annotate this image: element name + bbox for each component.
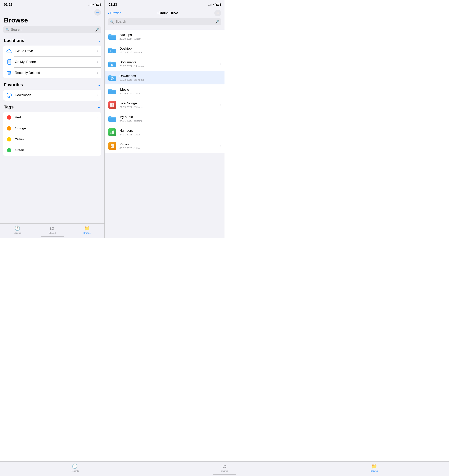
file-item-backups[interactable]: backups 23.09.2024 · 1 item › bbox=[105, 30, 224, 43]
file-name-numbers: Numbers bbox=[119, 129, 218, 133]
recently-deleted-label: Recently Deleted bbox=[15, 71, 95, 75]
wifi-icon-left: ▾ bbox=[93, 3, 94, 6]
mic-icon-right[interactable]: 🎤 bbox=[215, 20, 219, 24]
search-input-left[interactable] bbox=[11, 28, 94, 32]
svg-rect-2 bbox=[8, 60, 10, 63]
tags-chevron[interactable]: ⌄ bbox=[98, 105, 101, 109]
file-item-pages[interactable]: Pages 06.02.2025 · 1 item › bbox=[105, 139, 224, 153]
folder-icon-my-audio bbox=[108, 114, 117, 123]
file-chevron-documents: › bbox=[220, 62, 221, 66]
file-name-documents: Documents bbox=[119, 60, 218, 64]
sidebar-item-on-my-iphone[interactable]: On My iPhone › bbox=[3, 57, 101, 67]
orange-tag-icon bbox=[6, 126, 12, 131]
page-title-left: Browse bbox=[0, 16, 104, 26]
file-item-imovie[interactable]: iMovie 25.09.2024 · 1 item › bbox=[105, 84, 224, 98]
file-item-numbers[interactable]: Numbers 24.11.2023 · 1 item › bbox=[105, 126, 224, 139]
tags-title: Tags bbox=[4, 104, 14, 110]
back-button[interactable]: ‹ Browse bbox=[108, 11, 121, 15]
download-circle-icon bbox=[6, 92, 12, 98]
locations-title: Locations bbox=[4, 38, 24, 43]
file-name-my-audio: My audio bbox=[119, 115, 218, 119]
search-bar-left[interactable]: 🔍 🎤 bbox=[3, 26, 101, 33]
file-name-livecollage: LiveCollage bbox=[119, 101, 218, 105]
file-info-imovie: iMovie 25.09.2024 · 1 item bbox=[119, 88, 218, 95]
tab-shared-left[interactable]: 🗂 Shared bbox=[35, 225, 69, 234]
file-info-documents: Documents 20.12.2024 · 14 items bbox=[119, 60, 218, 68]
file-info-downloads: Downloads 13.02.2025 · 35 items bbox=[119, 74, 218, 81]
nav-title-right: iCloud Drive bbox=[157, 11, 178, 15]
file-chevron-imovie: › bbox=[220, 90, 221, 93]
locations-list: iCloud Drive › On My iPhone › bbox=[3, 46, 101, 78]
trash-icon bbox=[6, 70, 12, 76]
file-meta-numbers: 24.11.2023 · 1 item bbox=[119, 133, 218, 136]
on-my-iphone-chevron: › bbox=[97, 60, 98, 64]
search-icon-left: 🔍 bbox=[6, 28, 9, 32]
right-panel: 01:23 ▾ 38 ‹ Browse iCloud Drive ··· 🔍 🎤 bbox=[104, 0, 224, 238]
favorites-section-header: Favorites ⌄ bbox=[0, 81, 104, 89]
sidebar-item-recently-deleted[interactable]: Recently Deleted › bbox=[3, 67, 101, 78]
favorites-title: Favorites bbox=[4, 82, 23, 87]
file-name-imovie: iMovie bbox=[119, 88, 218, 92]
file-item-my-audio[interactable]: My audio 24.11.2023 · 0 items › bbox=[105, 112, 224, 126]
left-panel: 01:22 ▾ 38 ··· Browse 🔍 🎤 Locations ⌄ bbox=[0, 0, 104, 238]
phone-icon bbox=[6, 59, 12, 65]
downloads-chevron: › bbox=[97, 93, 98, 97]
app-icon-pages bbox=[108, 142, 117, 150]
tag-item-orange[interactable]: Orange › bbox=[3, 123, 101, 134]
locations-section-header: Locations ⌄ bbox=[0, 37, 104, 45]
file-info-desktop: Desktop 12.02.2025 · 4 items bbox=[119, 47, 218, 54]
file-meta-pages: 06.02.2025 · 1 item bbox=[119, 147, 218, 150]
status-icons-right: ▾ 38 bbox=[208, 3, 221, 6]
more-button-right[interactable]: ··· bbox=[214, 10, 221, 17]
search-bar-right[interactable]: 🔍 🎤 bbox=[108, 18, 221, 25]
file-chevron-numbers: › bbox=[220, 131, 221, 134]
tag-item-green[interactable]: Green › bbox=[3, 145, 101, 156]
battery-left: 38 bbox=[95, 3, 101, 6]
folder-icon-backups bbox=[108, 32, 117, 41]
file-info-numbers: Numbers 24.11.2023 · 1 item bbox=[119, 129, 218, 136]
file-info-pages: Pages 06.02.2025 · 1 item bbox=[119, 143, 218, 150]
svg-rect-11 bbox=[112, 103, 114, 105]
tag-item-red[interactable]: Red › bbox=[3, 112, 101, 123]
file-meta-livecollage: 21.05.2024 · 2 items bbox=[119, 106, 218, 109]
tab-browse-left[interactable]: 📁 Browse bbox=[70, 225, 104, 234]
file-name-pages: Pages bbox=[119, 143, 218, 146]
file-name-backups: backups bbox=[119, 33, 218, 37]
status-time-right: 01:23 bbox=[109, 3, 117, 7]
downloads-label: Downloads bbox=[15, 93, 95, 97]
file-meta-downloads: 13.02.2025 · 35 items bbox=[119, 78, 218, 81]
sidebar-item-downloads[interactable]: Downloads › bbox=[3, 90, 101, 101]
folder-icon-documents bbox=[108, 59, 117, 68]
recents-tab-label: Recents bbox=[13, 232, 21, 234]
tab-recents-left[interactable]: 🕐 Recents bbox=[0, 225, 35, 234]
file-meta-imovie: 25.09.2024 · 1 item bbox=[119, 92, 218, 95]
file-name-desktop: Desktop bbox=[119, 47, 218, 51]
top-bar-left: ··· bbox=[0, 8, 104, 16]
file-item-desktop[interactable]: Desktop 12.02.2025 · 4 items › bbox=[105, 43, 224, 57]
signal-icon-left bbox=[88, 4, 91, 6]
folder-icon-imovie bbox=[108, 87, 117, 96]
status-icons-left: ▾ 38 bbox=[88, 3, 101, 6]
svg-rect-13 bbox=[112, 105, 114, 107]
icloud-drive-chevron: › bbox=[97, 49, 98, 53]
file-item-livecollage[interactable]: LiveCollage 21.05.2024 · 2 items › bbox=[105, 98, 224, 112]
file-chevron-livecollage: › bbox=[220, 103, 221, 107]
red-tag-label: Red bbox=[15, 115, 95, 119]
mic-icon-left[interactable]: 🎤 bbox=[95, 28, 99, 32]
svg-rect-10 bbox=[110, 103, 112, 105]
file-item-downloads[interactable]: Downloads 13.02.2025 · 35 items › bbox=[105, 71, 224, 84]
tag-item-yellow[interactable]: Yellow › bbox=[3, 134, 101, 145]
file-chevron-pages: › bbox=[220, 144, 221, 148]
file-chevron-downloads: › bbox=[220, 76, 221, 79]
file-item-documents[interactable]: Documents 20.12.2024 · 14 items › bbox=[105, 57, 224, 71]
locations-chevron[interactable]: ⌄ bbox=[98, 39, 101, 43]
more-button-left[interactable]: ··· bbox=[94, 9, 101, 16]
green-tag-icon bbox=[6, 147, 12, 153]
status-bar-left: 01:22 ▾ 38 bbox=[0, 0, 104, 8]
search-input-right[interactable] bbox=[116, 20, 213, 24]
search-icon-right: 🔍 bbox=[110, 20, 114, 24]
favorites-chevron[interactable]: ⌄ bbox=[98, 83, 101, 87]
svg-rect-14 bbox=[111, 132, 112, 134]
sidebar-item-icloud-drive[interactable]: iCloud Drive › bbox=[3, 46, 101, 57]
browse-tab-icon-left: 📁 bbox=[84, 225, 90, 231]
